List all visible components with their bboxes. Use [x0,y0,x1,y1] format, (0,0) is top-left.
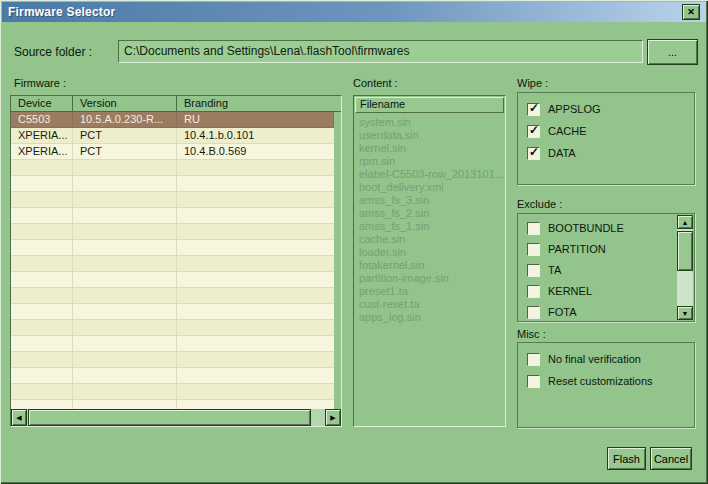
content-file-item[interactable]: partition-image.sin [359,272,505,285]
content-file-item[interactable]: fotakernel.sin [359,259,505,272]
wipe-group-option: APPSLOG [527,102,694,116]
content-file-item[interactable]: cache.sin [359,233,505,246]
checkbox-kernel[interactable] [527,285,540,298]
checkbox-appslog[interactable] [527,103,540,116]
hscroll-track[interactable] [311,409,325,426]
table-row[interactable] [11,224,334,240]
table-row[interactable]: XPERIA...PCT10.4.1.b.0.101 [11,128,334,144]
table-row[interactable] [11,208,334,224]
column-header-device[interactable]: Device [11,96,73,111]
checkbox-label: No final verification [548,353,641,365]
checkbox-label: TA [548,264,561,276]
cell-device [11,288,73,303]
content-file-item[interactable]: userdata.sin [359,129,505,142]
checkbox-label: CACHE [548,125,587,137]
table-row[interactable] [11,256,334,272]
vscroll-thumb[interactable] [677,231,693,271]
content-file-item[interactable]: preset1.ta [359,285,505,298]
firmware-table-hscrollbar[interactable]: ◀ ▶ [11,409,341,426]
table-row[interactable] [11,160,334,176]
cell-version [73,304,177,319]
cell-version [73,320,177,335]
exclude-label: Exclude : [517,198,562,210]
scroll-down-button[interactable]: ▼ [677,306,693,320]
scroll-up-icon: ▲ [682,219,689,226]
column-header-version[interactable]: Version [73,96,177,111]
filename-column-header[interactable]: Filename [355,97,504,113]
firmware-table: Device Version Branding C550310.5.A.0.23… [10,95,342,427]
cell-version [73,176,177,191]
cell-device [11,224,73,239]
table-row[interactable]: C550310.5.A.0.230-R...RU [11,112,334,128]
table-row[interactable] [11,272,334,288]
checkbox-label: KERNEL [548,285,592,297]
cell-device [11,176,73,191]
cell-branding [177,208,334,223]
table-row[interactable] [11,352,334,368]
table-row[interactable] [11,400,334,409]
cell-branding [177,272,334,287]
title-bar[interactable]: Firmware Selector [2,2,706,22]
cell-version [73,336,177,351]
content-file-item[interactable]: boot_delivery.xml [359,181,505,194]
table-row[interactable] [11,176,334,192]
content-files: system.sinuserdata.sinkernel.sinrpm.sine… [354,114,505,324]
wipe-group-option: DATA [527,146,694,160]
flash-button[interactable]: Flash [607,447,646,470]
table-row[interactable] [11,320,334,336]
close-button[interactable]: ✕ [682,4,700,20]
content-file-item[interactable]: apps_log.sin [359,311,505,324]
content-file-item[interactable]: loader.sin [359,246,505,259]
cell-version: PCT [73,128,177,143]
table-row[interactable] [11,192,334,208]
source-folder-input[interactable]: C:\Documents and Settings\Lena\.flashToo… [118,40,643,63]
column-header-branding[interactable]: Branding [177,96,341,111]
exclude-group-option: KERNEL [527,284,694,298]
content-label: Content : [353,77,398,89]
scroll-left-button[interactable]: ◀ [11,409,27,426]
table-row[interactable] [11,240,334,256]
content-file-item[interactable]: cust-reset.ta [359,298,505,311]
checkbox-data[interactable] [527,147,540,160]
scroll-up-button[interactable]: ▲ [677,215,693,229]
table-row[interactable] [11,304,334,320]
scroll-left-icon: ◀ [16,414,21,422]
scroll-right-icon: ▶ [330,414,335,422]
content-file-item[interactable]: amss_fs_1.sin [359,220,505,233]
content-file-item[interactable]: system.sin [359,116,505,129]
hscroll-thumb[interactable] [28,409,311,426]
checkbox-ta[interactable] [527,264,540,277]
cell-branding [177,256,334,271]
content-file-item[interactable]: kernel.sin [359,142,505,155]
cell-branding: 10.4.B.0.569 [177,144,334,159]
cell-version [73,224,177,239]
checkbox-fota[interactable] [527,306,540,319]
cancel-button[interactable]: Cancel [650,447,692,470]
cell-version [73,256,177,271]
checkbox-partition[interactable] [527,243,540,256]
content-file-item[interactable]: elabel-C5503-row_2013101... [359,168,505,181]
table-row[interactable] [11,336,334,352]
content-list: Filename system.sinuserdata.sinkernel.si… [353,95,506,427]
browse-button[interactable]: ... [647,39,698,65]
misc-group-option: No final verification [527,352,694,366]
cell-branding [177,192,334,207]
content-file-item[interactable]: amss_fs_2.sin [359,207,505,220]
content-file-item[interactable]: amss_fs_3.sin [359,194,505,207]
scroll-right-button[interactable]: ▶ [325,409,341,426]
table-row[interactable] [11,288,334,304]
table-row[interactable] [11,384,334,400]
cell-branding: RU [177,112,334,127]
cell-device [11,160,73,175]
checkbox-no-final-verification[interactable] [527,353,540,366]
table-row[interactable] [11,368,334,384]
checkbox-bootbundle[interactable] [527,222,540,235]
content-file-item[interactable]: rpm.sin [359,155,505,168]
table-row[interactable]: XPERIA...PCT10.4.B.0.569 [11,144,334,160]
checkbox-cache[interactable] [527,125,540,138]
cell-branding [177,320,334,335]
cell-version [73,160,177,175]
vscroll-track[interactable] [677,271,693,306]
checkbox-reset-customizations[interactable] [527,375,540,388]
exclude-vscrollbar[interactable]: ▲ ▼ [677,215,693,320]
